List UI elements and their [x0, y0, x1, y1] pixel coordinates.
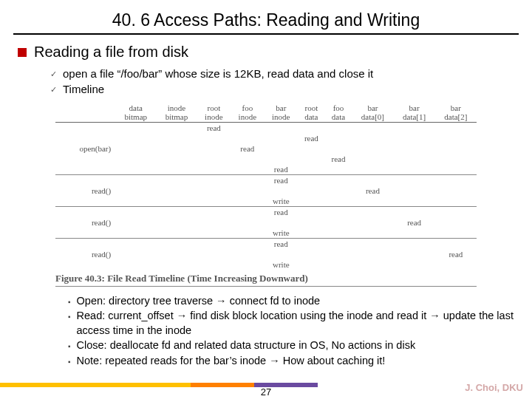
- square-bullet-icon: [18, 48, 27, 57]
- bullet-level2: ✓ Timeline: [50, 82, 519, 97]
- table-row: read()read: [55, 249, 477, 259]
- author-credit: J. Choi, DKU: [465, 382, 523, 393]
- page-number: 27: [0, 386, 532, 398]
- bullet-level1: Reading a file from disk: [18, 44, 519, 61]
- bullet-text: Close: deallocate fd and related data st…: [77, 338, 416, 353]
- square-bullet-icon: ▪: [68, 312, 71, 338]
- table-row: read: [55, 238, 477, 249]
- table-row: open(bar)read: [55, 143, 477, 154]
- square-bullet-icon: ▪: [68, 357, 71, 369]
- timeline-figure: databitmap inodebitmap rootinode fooinod…: [55, 103, 477, 287]
- timeline-table: databitmap inodebitmap rootinode fooinod…: [55, 103, 477, 270]
- table-row: read: [55, 133, 477, 143]
- table-row: write: [55, 228, 477, 239]
- bullet-text: Note: repeated reads for the bar’s inode…: [77, 354, 386, 369]
- table-row: write: [55, 196, 477, 207]
- bullet-level3: ▪ Read: current_offset → find disk block…: [68, 309, 519, 338]
- bullet-level2: ✓ open a file “/foo/bar” whose size is 1…: [50, 66, 519, 81]
- bullet-text: Reading a file from disk: [34, 44, 188, 61]
- bullet-level3: ▪ Open: directory tree traverse → connec…: [68, 294, 519, 309]
- square-bullet-icon: ▪: [68, 341, 71, 353]
- table-row: read: [55, 154, 477, 164]
- square-bullet-icon: ▪: [68, 297, 71, 309]
- bullet-text: open a file “/foo/bar” whose size is 12K…: [63, 66, 373, 81]
- table-row: read: [55, 164, 477, 175]
- bullet-text: Read: current_offset → find disk block l…: [77, 309, 519, 338]
- check-icon: ✓: [50, 84, 57, 97]
- table-row: read: [55, 206, 477, 217]
- bullet-text: Open: directory tree traverse → connect …: [77, 294, 321, 309]
- check-icon: ✓: [50, 69, 57, 81]
- table-row: read()read: [55, 185, 477, 196]
- slide-footer: 27 J. Choi, DKU: [0, 380, 532, 399]
- table-row: write: [55, 259, 477, 270]
- table-row: read()read: [55, 217, 477, 228]
- bullet-level3: ▪ Close: deallocate fd and related data …: [68, 338, 519, 353]
- figure-caption: Figure 40.3: File Read Timeline (Time In…: [55, 273, 477, 287]
- table-row: read: [55, 174, 477, 185]
- table-row: read: [55, 122, 477, 133]
- title-rule: [13, 33, 519, 35]
- bullet-text: Timeline: [63, 82, 104, 97]
- bullet-level3: ▪ Note: repeated reads for the bar’s ino…: [68, 354, 519, 369]
- slide-title: 40. 6 Access Paths: Reading and Writing: [13, 6, 519, 33]
